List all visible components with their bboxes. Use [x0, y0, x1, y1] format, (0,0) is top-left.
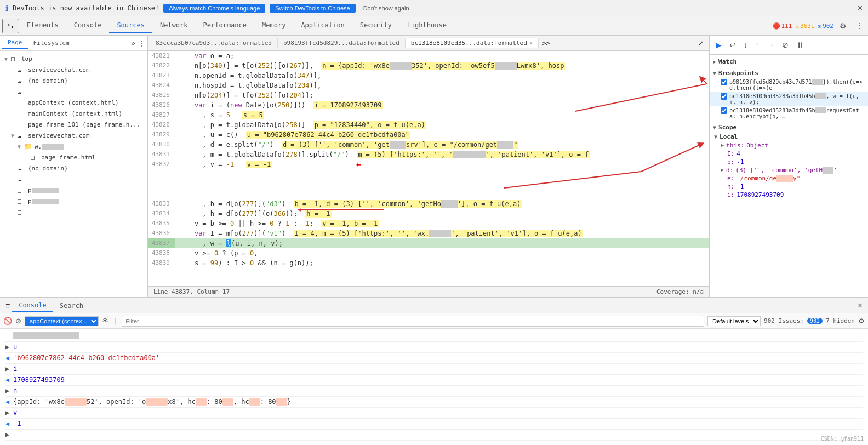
tree-item-pageframehtml[interactable]: □ page-frame.html — [0, 152, 147, 163]
bottom-tabs: ≡ Console Search × — [0, 298, 868, 313]
tab-close-icon[interactable]: × — [529, 39, 533, 47]
breakpoint-2[interactable]: bc1318e8109ed35283a3dfb45b, w = l(u, i, … — [710, 92, 868, 106]
console-row-object: ◀ {appId: 'wx8e52', openId: 'ox8', hc: 8… — [5, 397, 863, 408]
tree-item-wfolder[interactable]: ▼ 📁 w. — [0, 141, 147, 152]
tree-item-pageframe101[interactable]: □ page-frame_101 (page-frame.h... — [0, 119, 147, 130]
tab-collapse-icon[interactable]: ⤢ — [695, 38, 707, 49]
code-line-43830: 43830 , d = e.split("/") d = (3) ['', 'c… — [148, 140, 709, 150]
tab-network[interactable]: Network — [152, 18, 196, 33]
tab-elements[interactable]: Elements — [19, 18, 66, 33]
settings-icon[interactable]: ⚙ — [837, 20, 849, 31]
notification-close-button[interactable]: × — [858, 3, 863, 13]
code-tab-2[interactable]: b98193ffcd5d829...data:formatted — [278, 38, 406, 48]
console-clear-button[interactable]: 🚫 — [3, 317, 12, 325]
tree-item-blurred-domain[interactable]: ☁ — [0, 174, 147, 185]
console-filter-input[interactable] — [122, 316, 704, 327]
scope-header[interactable]: ▼ Scope — [710, 123, 868, 132]
tab-lighthouse[interactable]: Lighthouse — [399, 18, 454, 33]
scope-h: h: -1 — [710, 182, 868, 191]
more-options-icon[interactable]: ⋮ — [853, 20, 866, 31]
log-level-selector[interactable]: Default levels — [707, 316, 761, 326]
info-icon: ℹ — [5, 4, 8, 13]
watch-header[interactable]: ▶ Watch — [710, 57, 868, 66]
tree-item-maincontext[interactable]: □ mainContext (context.html) — [0, 108, 147, 119]
code-line-43825: 43825 n[o(204)] = t[o(252)][o(204)]; — [148, 90, 709, 100]
tree-item-top[interactable]: ▼ □ top — [0, 53, 147, 64]
issues-settings-icon[interactable]: ⚙ — [858, 317, 865, 325]
tree-item-servicewechat[interactable]: ☁ servicewechat.com — [0, 64, 147, 75]
console-row-neg1: ◀ -1 — [5, 419, 863, 430]
sidebar-options-icon[interactable]: ⋮ — [138, 39, 145, 48]
sidebar-tab-filesystem[interactable]: Filesystem — [28, 37, 75, 49]
code-area: 83ccca3b07ca9d3...data:formatted b98193f… — [148, 36, 709, 297]
console-row-i[interactable]: ▶ i — [5, 364, 863, 375]
bottom-menu-icon[interactable]: ≡ — [5, 301, 10, 310]
code-tab-1[interactable]: 83ccca3b07ca9d3...data:formatted — [150, 38, 278, 48]
code-line-43823: 43823 n.openId = t.globalData[o(347)], — [148, 71, 709, 81]
console-row-n[interactable]: ▶ n — [5, 386, 863, 397]
console-row-v[interactable]: ▶ v — [5, 408, 863, 419]
scope-e: e: "/common/gey" — [710, 174, 868, 182]
tree-item-appcontext[interactable]: □ appContext (context.html) — [0, 97, 147, 108]
tab-more-icon[interactable]: >> — [539, 38, 553, 49]
scope-this[interactable]: ▶ this: Object — [710, 141, 868, 150]
tree-item-servicewechat2[interactable]: ▼ ☁ servicewechat.com — [0, 130, 147, 141]
bp-checkbox-1[interactable] — [721, 79, 727, 85]
scope-d[interactable]: ▶ d: (3) ['', 'common', 'getH' — [710, 166, 868, 174]
tree-item-nodomain2[interactable]: ☁ (no domain) — [0, 163, 147, 174]
file-icon: □ — [18, 99, 26, 106]
tree-item-blurred-html[interactable]: □ — [0, 207, 147, 218]
match-language-button[interactable]: Always match Chrome's language — [163, 4, 265, 13]
tree-item-blurred1[interactable]: ☁ — [0, 86, 147, 97]
tab-console[interactable]: Console — [66, 18, 110, 33]
code-line-43839: 43839 s = 99) : I > 0 && (n = g(n)); — [148, 258, 709, 268]
tab-performance[interactable]: Performance — [196, 18, 254, 33]
domain-icon: ☁ — [18, 77, 26, 84]
context-selector[interactable]: appContext (contex... — [25, 316, 99, 326]
bottom-tab-console[interactable]: Console — [12, 299, 53, 312]
local-header[interactable]: ▼ Local — [710, 132, 868, 141]
tab-sources[interactable]: Sources — [109, 18, 152, 33]
bottom-close-button[interactable]: × — [858, 301, 863, 311]
step-button[interactable]: → — [764, 39, 777, 50]
console-filter-toggle[interactable]: ⊘ — [15, 317, 21, 325]
code-line-43828: 43828 , p = t.globalData[o(258)] p = "12… — [148, 120, 709, 130]
frame-icon: □ — [11, 55, 20, 62]
domain-icon: ☁ — [18, 132, 26, 139]
resume-button[interactable]: ▶ — [713, 39, 724, 50]
breakpoint-1[interactable]: b98193ffcd5d829cb43c7d571}).then((e=>d.t… — [710, 78, 868, 92]
deactivate-breakpoints-button[interactable]: ⊘ — [779, 39, 791, 50]
code-line-43837: 43837 , w = l(u, i, n, v); — [148, 238, 709, 248]
console-row-uuid: ◀ 'b962807e7862-44c4-b260-dc1fbcdfa00a' — [5, 353, 863, 364]
tree-item-nodomain1[interactable]: ☁ (no domain) — [0, 75, 147, 86]
tab-application[interactable]: Application — [293, 18, 352, 33]
step-out-button[interactable]: ↑ — [752, 39, 762, 50]
dont-show-button[interactable]: Don't show again — [360, 4, 413, 13]
devtools-menu-icon[interactable]: ⇆ — [2, 19, 19, 33]
console-toolbar: 🚫 ⊘ appContext (contex... 👁 | Default le… — [0, 313, 868, 329]
breakpoints-header[interactable]: ▼ Breakpoints — [710, 69, 868, 78]
domain-icon: ☁ — [18, 66, 26, 73]
sidebar-tab-page[interactable]: Page — [2, 37, 28, 49]
bp-checkbox-2[interactable] — [721, 93, 727, 100]
sidebar-more-icon[interactable]: » — [131, 39, 135, 48]
tab-security[interactable]: Security — [352, 18, 399, 33]
console-row-u[interactable]: ▶ u — [5, 342, 863, 353]
switch-chinese-button[interactable]: Switch DevTools to Chinese — [270, 4, 355, 13]
tree-item-p1[interactable]: □ p — [0, 185, 147, 196]
code-editor[interactable]: 43821 var o = a; 43822 n[o(340)] = t[o(2… — [148, 51, 709, 286]
bp-checkbox-3[interactable] — [721, 107, 727, 114]
pause-exceptions-button[interactable]: ⏸ — [793, 39, 807, 50]
console-row-expand[interactable]: ▶ — [5, 430, 863, 441]
bottom-tab-search[interactable]: Search — [53, 300, 90, 312]
blurred-output — [13, 332, 79, 339]
code-tab-3[interactable]: bc1318e8109ed35...data:formatted × — [406, 38, 539, 48]
scope-I: I: 4 — [710, 150, 868, 158]
tree-item-p2[interactable]: □ p — [0, 196, 147, 207]
eye-icon[interactable]: 👁 — [102, 317, 109, 325]
step-into-button[interactable]: ↓ — [741, 39, 750, 50]
step-over-button[interactable]: ↩ — [727, 39, 739, 50]
breakpoints-label: Breakpoints — [718, 70, 758, 77]
tab-memory[interactable]: Memory — [254, 18, 293, 33]
breakpoint-3[interactable]: bc1318e8109ed35283a3dfb45brequestData: n… — [710, 106, 868, 121]
